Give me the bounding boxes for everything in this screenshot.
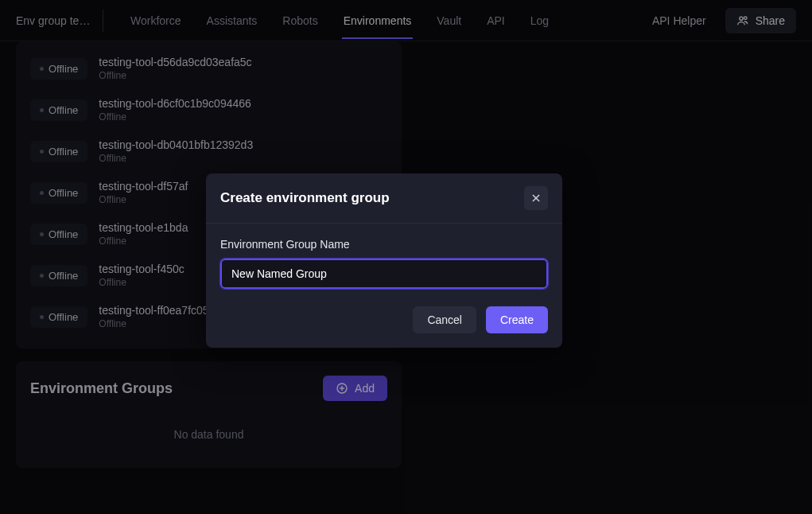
modal-close-button[interactable] (524, 186, 548, 210)
modal-body: Environment Group Name (206, 224, 562, 303)
create-button[interactable]: Create (486, 306, 548, 333)
cancel-button[interactable]: Cancel (413, 306, 476, 333)
group-name-input[interactable] (220, 259, 548, 289)
modal-title: Create environment group (220, 190, 390, 206)
close-icon (530, 193, 542, 204)
modal-actions: Cancel Create (206, 303, 562, 348)
modal-header: Create environment group (206, 173, 562, 224)
group-name-label: Environment Group Name (220, 238, 548, 251)
create-group-modal: Create environment group Environment Gro… (206, 173, 562, 348)
